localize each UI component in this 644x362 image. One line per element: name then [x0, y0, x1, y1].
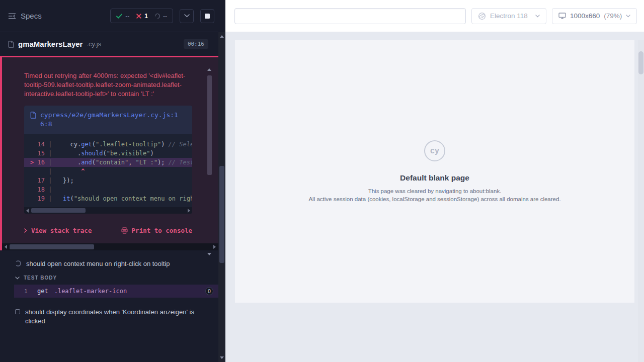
command-number: 1 [24, 288, 37, 295]
browser-label: Electron 118 [490, 12, 528, 20]
error-message: Timed out retrying after 4000ms: expecte… [24, 71, 192, 99]
chevron-right-icon [24, 228, 27, 233]
code-file-icon [30, 112, 36, 119]
stat-passed: -- [116, 13, 129, 20]
failed-icon [136, 14, 141, 19]
element-count-badge: 0 [205, 287, 213, 295]
test-stats: -- 1 -- [110, 9, 173, 23]
aut-blank-page: cy Default blank page This page was clea… [235, 40, 634, 303]
aut-container: cy Default blank page This page was clea… [225, 40, 644, 362]
url-input[interactable] [234, 8, 466, 24]
spec-name: gmaMarkersLayer [18, 40, 83, 48]
pending-count: -- [163, 13, 167, 20]
error-horizontal-scrollbar[interactable] [2, 243, 218, 250]
passed-count: -- [125, 13, 129, 20]
reporter: Specs -- 1 -- [0, 0, 218, 362]
scrollbar-thumb[interactable] [638, 51, 643, 74]
spec-extension: .cy.js [87, 40, 101, 48]
test-list: should open context menu on right-click … [0, 250, 218, 326]
scroll-up-arrow-icon[interactable] [220, 35, 224, 38]
specs-menu-icon[interactable] [8, 13, 16, 20]
test-body-label: TEST BODY [24, 275, 57, 281]
sidebar-vertical-scrollbar[interactable] [218, 32, 225, 362]
code-frame: cypress/e2e/gmaMarkersLayer.cy.js:16:8 1… [24, 106, 192, 214]
test-item-pending[interactable]: should display coordinates when 'Koordin… [0, 308, 218, 326]
failed-count: 1 [144, 13, 148, 20]
test-body-header[interactable]: TEST BODY [0, 275, 218, 281]
chevron-down-icon [626, 15, 630, 18]
reporter-header: Specs -- 1 -- [0, 0, 218, 32]
spec-duration: 00:16 [184, 39, 208, 49]
queued-test-icon [15, 309, 20, 314]
collapse-tests-button[interactable] [180, 9, 194, 23]
stop-icon [205, 14, 210, 19]
scrollbar-thumb[interactable] [10, 244, 94, 249]
spec-header[interactable]: gmaMarkersLayer .cy.js 00:16 [0, 32, 218, 56]
chevron-down-icon [15, 277, 20, 280]
scroll-down-arrow-icon[interactable] [220, 356, 224, 359]
scrollbar-thumb[interactable] [207, 75, 212, 175]
scroll-left-arrow-icon[interactable] [5, 245, 7, 249]
running-spinner-icon [15, 260, 21, 266]
code-frame-header: cypress/e2e/gmaMarkersLayer.cy.js:16:8 [24, 106, 192, 134]
scroll-left-arrow-icon[interactable] [26, 209, 29, 213]
stop-button[interactable] [200, 9, 214, 23]
passed-icon [116, 14, 122, 19]
stat-pending: -- [155, 13, 167, 20]
viewport-icon [558, 13, 566, 19]
command-row[interactable]: 1 get .leaflet-marker-icon 0 [14, 285, 218, 298]
aut-panel: Electron 118 1000x660 (79%) cy Default b… [225, 0, 644, 362]
blank-page-heading: Default blank page [400, 173, 469, 183]
scrollbar-thumb[interactable] [219, 166, 224, 263]
viewport-zoom: (79%) [604, 12, 622, 20]
scroll-right-arrow-icon[interactable] [213, 245, 216, 249]
test-runner-sidebar: Specs -- 1 -- [0, 0, 225, 362]
blank-page-message-1: This page was cleared by navigating to a… [368, 187, 502, 195]
scroll-up-arrow-icon[interactable] [207, 68, 211, 71]
spec-file-icon [8, 41, 14, 48]
command-method: get [37, 288, 48, 295]
view-stack-trace-link[interactable]: View stack trace [24, 227, 92, 234]
printer-icon [121, 227, 128, 234]
scrollbar-thumb[interactable] [31, 208, 86, 213]
electron-browser-icon [478, 12, 486, 20]
aut-header: Electron 118 1000x660 (79%) [225, 0, 644, 32]
stat-failed: 1 [136, 13, 148, 20]
viewport-selector[interactable]: 1000x660 (79%) [552, 8, 637, 24]
cypress-logo: cy [424, 140, 445, 161]
test-title: should open context menu on right-click … [26, 259, 170, 268]
code-frame-file-link[interactable]: cypress/e2e/gmaMarkersLayer.cy.js:16:8 [40, 111, 179, 129]
code-lines: 14 | cy.get(".leaflet-tooltip") // Sele … [24, 134, 192, 207]
browser-selector[interactable]: Electron 118 [471, 8, 546, 24]
specs-title: Specs [21, 12, 42, 20]
code-frame-horizontal-scrollbar[interactable] [24, 207, 192, 214]
error-vertical-scrollbar[interactable] [207, 68, 212, 255]
failed-test-attempt: Timed out retrying after 4000ms: expecte… [0, 56, 218, 250]
scroll-right-arrow-icon[interactable] [188, 209, 190, 213]
scroll-down-arrow-icon[interactable] [207, 253, 211, 255]
chevron-down-icon [535, 15, 540, 18]
viewport-size: 1000x660 [570, 12, 600, 20]
command-argument: .leaflet-marker-icon [54, 288, 127, 295]
blank-page-message-2: All active session data (cookies, localS… [308, 195, 560, 203]
pending-icon [154, 12, 161, 19]
test-title: should display coordinates when 'Koordin… [25, 308, 203, 326]
main-vertical-scrollbar[interactable] [638, 40, 644, 362]
test-item-running[interactable]: should open context menu on right-click … [0, 259, 218, 268]
error-actions: View stack trace Print to console [24, 227, 192, 234]
print-to-console-link[interactable]: Print to console [121, 227, 192, 234]
